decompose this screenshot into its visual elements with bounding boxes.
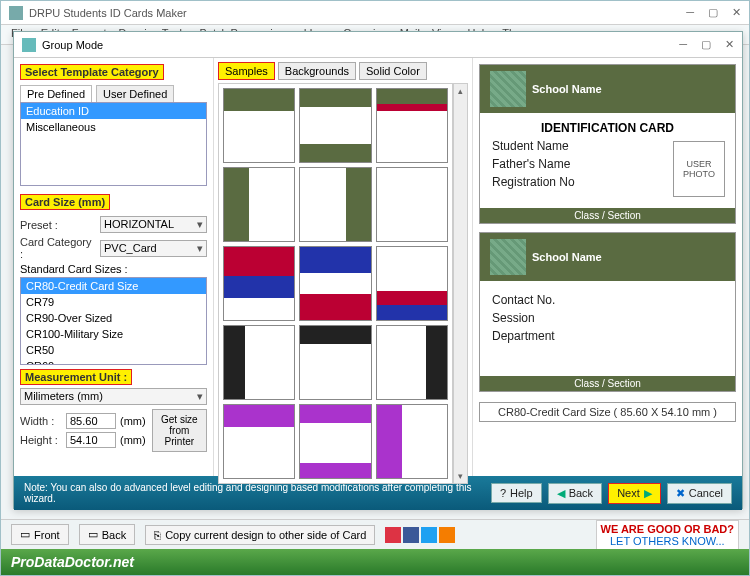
size-info: CR80-Credit Card Size ( 85.60 X 54.10 mm…	[479, 402, 736, 422]
bottom-toolbar: ▭Front ▭Back ⎘Copy current design to oth…	[1, 519, 749, 549]
category-item[interactable]: Education ID	[21, 103, 206, 119]
card-footer: Class / Section	[480, 376, 735, 391]
size-item[interactable]: CR50	[21, 342, 206, 358]
tab-backgrounds[interactable]: Backgrounds	[278, 62, 356, 80]
copy-icon: ⎘	[154, 529, 161, 541]
category-item[interactable]: Miscellaneous	[21, 119, 206, 135]
tab-userdefined[interactable]: User Defined	[96, 85, 174, 102]
width-input[interactable]: 85.60	[66, 413, 116, 429]
card-category-label: Card Category :	[20, 236, 96, 260]
sizes-listbox[interactable]: CR80-Credit Card Size CR79 CR90-Over Siz…	[20, 277, 207, 365]
sample-thumbnail[interactable]	[299, 88, 371, 163]
close-icon[interactable]: ✕	[732, 6, 741, 19]
tab-samples[interactable]: Samples	[218, 62, 275, 80]
app-icon	[9, 6, 23, 20]
dialog-icon	[22, 38, 36, 52]
preview-panel: School Name IDENTIFICATION CARD Student …	[472, 58, 742, 476]
size-item[interactable]: CR80-Credit Card Size	[21, 278, 206, 294]
card-pattern-icon	[490, 239, 526, 275]
sample-thumbnail[interactable]	[223, 167, 295, 242]
sample-thumbnail[interactable]	[376, 325, 448, 400]
blogger-icon[interactable]	[439, 527, 455, 543]
user-photo-placeholder: USER PHOTO	[673, 141, 725, 197]
sample-thumbnail[interactable]	[223, 246, 295, 321]
app-title: DRPU Students ID Cards Maker	[29, 7, 187, 19]
width-label: Width :	[20, 415, 62, 427]
school-name: School Name	[532, 251, 602, 263]
standard-sizes-label: Standard Card Sizes :	[20, 263, 207, 275]
rate-us-link[interactable]: WE ARE GOOD OR BAD? LET OTHERS KNOW...	[596, 520, 739, 550]
dialog-minimize-icon[interactable]: ─	[679, 38, 687, 51]
height-input[interactable]: 54.10	[66, 432, 116, 448]
mm-suffix: (mm)	[120, 434, 146, 446]
arrow-left-icon: ◀	[557, 487, 565, 500]
card-front-preview: School Name IDENTIFICATION CARD Student …	[479, 64, 736, 224]
brand-footer: ProDataDoctor.net	[1, 549, 749, 575]
left-panel: Select Template Category Pre Defined Use…	[14, 58, 214, 476]
main-titlebar: DRPU Students ID Cards Maker ─ ▢ ✕	[1, 1, 749, 25]
get-size-printer-button[interactable]: Get size from Printer	[152, 409, 207, 452]
facebook-icon[interactable]	[403, 527, 419, 543]
sample-thumbnail[interactable]	[376, 246, 448, 321]
front-button[interactable]: ▭Front	[11, 524, 69, 545]
size-item[interactable]: CR90-Over Sized	[21, 310, 206, 326]
sample-thumbnail[interactable]	[376, 404, 448, 479]
arrow-right-icon: ▶	[644, 487, 652, 500]
cancel-icon: ✖	[676, 487, 685, 500]
card-footer: Class / Section	[480, 208, 735, 223]
size-item[interactable]: CR60	[21, 358, 206, 365]
sample-thumbnail[interactable]	[299, 325, 371, 400]
department-field: Department	[492, 329, 723, 343]
sample-thumbnail[interactable]	[376, 88, 448, 163]
session-field: Session	[492, 311, 723, 325]
samples-scrollbar[interactable]: ▴▾	[453, 83, 468, 484]
tab-solid-color[interactable]: Solid Color	[359, 62, 427, 80]
cancel-button[interactable]: ✖Cancel	[667, 483, 732, 504]
sample-thumbnail[interactable]	[299, 404, 371, 479]
card-size-label: Card Size (mm)	[20, 194, 110, 210]
size-item[interactable]: CR79	[21, 294, 206, 310]
height-label: Height :	[20, 434, 62, 446]
copy-design-button[interactable]: ⎘Copy current design to other side of Ca…	[145, 525, 375, 545]
preset-select[interactable]: HORIZONTAL	[100, 216, 207, 233]
scroll-up-icon[interactable]: ▴	[456, 84, 465, 98]
select-template-label: Select Template Category	[20, 64, 164, 80]
maximize-icon[interactable]: ▢	[708, 6, 718, 19]
school-name: School Name	[532, 83, 602, 95]
next-button[interactable]: Next▶	[608, 483, 661, 504]
sample-thumbnail[interactable]	[299, 167, 371, 242]
dialog-titlebar: Group Mode ─ ▢ ✕	[14, 32, 742, 58]
category-listbox[interactable]: Education ID Miscellaneous	[20, 102, 207, 186]
dialog-maximize-icon[interactable]: ▢	[701, 38, 711, 51]
sample-thumbnail[interactable]	[376, 167, 448, 242]
minimize-icon[interactable]: ─	[686, 6, 694, 19]
dialog-close-icon[interactable]: ✕	[725, 38, 734, 51]
sample-thumbnail[interactable]	[299, 246, 371, 321]
card-pattern-icon	[490, 71, 526, 107]
card-front-icon: ▭	[20, 528, 30, 541]
samples-panel: Samples Backgrounds Solid Color	[214, 58, 472, 476]
card-back-preview: School Name Contact No. Session Departme…	[479, 232, 736, 392]
main-window: DRPU Students ID Cards Maker ─ ▢ ✕ File …	[0, 0, 750, 576]
measurement-unit-select[interactable]: Milimeters (mm)	[20, 388, 207, 405]
size-item[interactable]: CR100-Military Size	[21, 326, 206, 342]
tab-predefined[interactable]: Pre Defined	[20, 85, 92, 102]
back-button[interactable]: ◀Back	[548, 483, 602, 504]
help-button[interactable]: ?Help	[491, 483, 542, 503]
back-button[interactable]: ▭Back	[79, 524, 135, 545]
contact-field: Contact No.	[492, 293, 723, 307]
sample-thumbnail[interactable]	[223, 88, 295, 163]
social-icons	[385, 527, 455, 543]
mm-suffix: (mm)	[120, 415, 146, 427]
identification-label: IDENTIFICATION CARD	[492, 121, 723, 135]
card-category-select[interactable]: PVC_Card	[100, 240, 207, 257]
dialog-title: Group Mode	[42, 39, 103, 51]
twitter-icon[interactable]	[421, 527, 437, 543]
preset-label: Preset :	[20, 219, 96, 231]
group-mode-dialog: Group Mode ─ ▢ ✕ Select Template Categor…	[13, 31, 743, 509]
card-back-icon: ▭	[88, 528, 98, 541]
scroll-down-icon[interactable]: ▾	[456, 469, 465, 483]
google-plus-icon[interactable]	[385, 527, 401, 543]
sample-thumbnail[interactable]	[223, 325, 295, 400]
sample-thumbnail[interactable]	[223, 404, 295, 479]
